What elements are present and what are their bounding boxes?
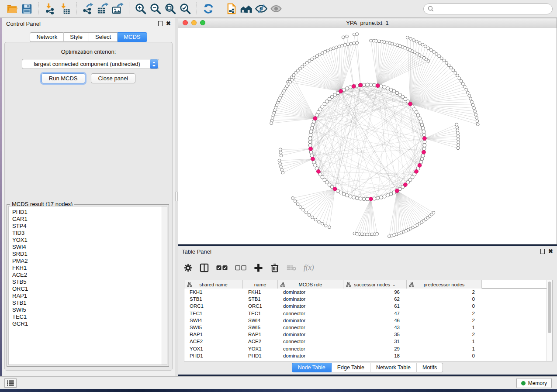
network-node[interactable] — [366, 83, 369, 86]
network-edge[interactable] — [378, 56, 422, 86]
result-item[interactable]: ORC1 — [12, 285, 167, 292]
network-node[interactable] — [318, 220, 321, 224]
network-node[interactable] — [308, 140, 312, 144]
network-node[interactable] — [369, 83, 373, 86]
network-node[interactable] — [376, 196, 380, 200]
table-row[interactable]: FKH1FKH1dominator962 — [184, 289, 547, 296]
search-input[interactable] — [436, 6, 548, 12]
table-row[interactable]: TEC1TEC1connector472 — [184, 310, 547, 317]
network-node[interactable] — [461, 83, 464, 86]
network-node[interactable] — [309, 130, 313, 133]
network-node[interactable] — [429, 48, 432, 52]
network-edge[interactable] — [290, 82, 315, 119]
network-node[interactable] — [475, 117, 478, 120]
cell-predecessor_nodes[interactable]: 1 — [407, 346, 482, 351]
cell-successor_nodes[interactable]: 61 — [343, 303, 407, 309]
network-node[interactable] — [383, 86, 386, 89]
network-node[interactable] — [473, 107, 476, 110]
network-edge[interactable] — [281, 149, 311, 156]
network-node[interactable] — [466, 91, 469, 94]
tab-style[interactable]: Style — [64, 32, 89, 42]
network-node[interactable] — [383, 195, 386, 198]
network-node[interactable] — [457, 144, 460, 147]
network-node[interactable] — [311, 123, 315, 127]
network-node[interactable] — [353, 33, 356, 36]
result-item[interactable]: SWI4 — [12, 244, 167, 251]
network-node[interactable] — [346, 35, 349, 38]
network-edge[interactable] — [355, 199, 371, 234]
network-edge[interactable] — [378, 44, 392, 86]
cell-name[interactable]: STB1 — [243, 296, 278, 302]
network-node[interactable] — [476, 123, 479, 126]
network-node[interactable] — [460, 79, 463, 83]
network-node[interactable] — [379, 196, 383, 199]
network-node[interactable] — [420, 123, 424, 127]
network-node[interactable] — [424, 45, 427, 48]
mcds-hub-node[interactable] — [415, 169, 419, 173]
network-node[interactable] — [342, 193, 346, 196]
network-edge[interactable] — [397, 191, 420, 224]
network-node[interactable] — [352, 196, 356, 199]
tab-mcds[interactable]: MCDS — [118, 32, 147, 42]
network-node[interactable] — [438, 55, 441, 58]
cell-mcds_role[interactable]: dominator — [278, 289, 343, 295]
zoom-selected-icon[interactable] — [178, 2, 193, 16]
table-row[interactable]: RAP1RAP1dominator352 — [184, 331, 547, 338]
network-edge[interactable] — [307, 63, 341, 91]
network-node[interactable] — [342, 36, 345, 39]
network-node[interactable] — [349, 42, 353, 45]
close-panel-icon[interactable]: ✖ — [166, 21, 171, 26]
cell-successor_nodes[interactable]: 29 — [343, 346, 407, 351]
network-node[interactable] — [311, 216, 314, 219]
open-session-icon[interactable] — [4, 2, 19, 16]
network-edge[interactable] — [303, 189, 335, 210]
network-edge[interactable] — [272, 118, 315, 120]
cell-shared_name[interactable]: STB1 — [184, 296, 243, 302]
cell-mcds_role[interactable]: dominator — [278, 296, 343, 302]
network-node[interactable] — [309, 133, 312, 137]
network-file-icon[interactable] — [224, 2, 239, 16]
network-node[interactable] — [432, 211, 435, 214]
network-edge[interactable] — [410, 99, 471, 104]
network-node[interactable] — [421, 127, 425, 130]
mcds-hub-node[interactable] — [422, 150, 426, 154]
cell-predecessor_nodes[interactable]: 0 — [407, 296, 482, 302]
network-edge[interactable] — [338, 93, 397, 191]
network-edge[interactable] — [425, 124, 457, 138]
mcds-hub-node[interactable] — [395, 189, 399, 193]
network-edge[interactable] — [410, 104, 476, 114]
network-node[interactable] — [476, 120, 479, 123]
network-node[interactable] — [386, 194, 390, 197]
result-item[interactable]: CAR1 — [12, 216, 167, 223]
cell-name[interactable]: SWI5 — [243, 325, 278, 330]
network-node[interactable] — [474, 113, 477, 116]
eye-slash-icon[interactable] — [254, 2, 269, 16]
network-edge[interactable] — [378, 152, 424, 198]
network-node[interactable] — [353, 42, 356, 45]
cell-predecessor_nodes[interactable]: 1 — [407, 325, 482, 330]
run-mcds-button[interactable]: Run MCDS — [42, 73, 85, 83]
network-node[interactable] — [445, 62, 448, 65]
result-item[interactable]: STP4 — [12, 223, 167, 230]
network-edge[interactable] — [271, 118, 315, 123]
trash-icon[interactable] — [270, 263, 279, 272]
cell-mcds_role[interactable]: connector — [278, 325, 343, 330]
network-edge[interactable] — [389, 191, 397, 236]
mcds-hub-node[interactable] — [309, 147, 313, 151]
export-network-icon[interactable] — [80, 2, 95, 16]
network-node[interactable] — [373, 83, 376, 87]
network-graph[interactable] — [178, 28, 557, 244]
network-node[interactable] — [468, 94, 471, 97]
network-node[interactable] — [423, 144, 426, 147]
column-header-name[interactable]: name — [243, 280, 278, 289]
network-node[interactable] — [321, 222, 324, 225]
cell-predecessor_nodes[interactable]: 2 — [407, 318, 482, 323]
table-row[interactable]: PHD1PHD1dominator180 — [184, 352, 547, 359]
network-node[interactable] — [452, 69, 455, 72]
network-edge[interactable] — [410, 87, 465, 104]
network-edge[interactable] — [378, 47, 403, 86]
network-node[interactable] — [457, 138, 460, 141]
network-node[interactable] — [409, 38, 412, 41]
network-edge[interactable] — [410, 76, 457, 104]
table-row[interactable]: ORC1ORC1dominator610 — [184, 303, 547, 309]
